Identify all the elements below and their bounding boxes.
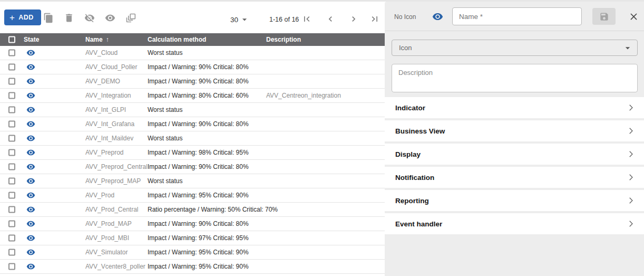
row-name: AVV_Cloud_Poller	[85, 63, 138, 71]
description-textarea[interactable]	[392, 64, 638, 92]
accordion-section-label: Display	[395, 150, 421, 158]
accordion-section[interactable]: Display	[385, 144, 644, 165]
table-row[interactable]: AVV_Int_GLPI Worst status	[0, 103, 385, 117]
row-name: AVV_Int_Grafana	[85, 120, 134, 128]
state-eye-icon[interactable]	[26, 77, 35, 86]
row-description: AVV_Centreon_integration	[266, 92, 341, 99]
listing-toolbar: + ADD 30 1-16 of 16	[0, 2, 385, 33]
row-checkbox[interactable]	[8, 164, 15, 170]
trash-icon[interactable]	[64, 13, 74, 23]
row-checkbox[interactable]	[8, 50, 15, 56]
state-eye-icon[interactable]	[26, 177, 35, 186]
last-page-icon[interactable]	[369, 14, 380, 24]
table-row[interactable]: AVV_Prod_MBI Impact / Warning: 97% Criti…	[0, 231, 385, 245]
table-row[interactable]: AVV_Prod Impact / Warning: 95% Critical:…	[0, 188, 385, 203]
row-checkbox[interactable]	[8, 235, 15, 242]
first-page-icon[interactable]	[301, 14, 312, 24]
state-eye-icon[interactable]	[26, 49, 35, 58]
pagination-range-label: 1-16 of 16	[269, 16, 299, 23]
row-calculation-method: Worst status	[148, 49, 182, 56]
accordion-section[interactable]: Indicator	[385, 97, 644, 118]
accordion-sections: Indicator Business View Display Notifica…	[385, 97, 644, 236]
table-row[interactable]: AVV_Int_Grafana Impact / Warning: 90% Cr…	[0, 117, 385, 131]
accordion-section[interactable]: Notification	[385, 167, 644, 188]
row-checkbox[interactable]	[8, 149, 15, 156]
state-eye-icon[interactable]	[26, 91, 35, 100]
accordion-section[interactable]: Business View	[385, 120, 644, 141]
row-checkbox[interactable]	[8, 192, 15, 199]
row-calculation-method: Impact / Warning: 90% Critical: 80%	[148, 163, 249, 170]
row-checkbox[interactable]	[8, 135, 15, 142]
page-size-select[interactable]: 30	[230, 14, 250, 25]
row-name: AVV_Simulator	[85, 249, 128, 256]
row-calculation-method: Impact / Warning: 90% Critical: 80%	[148, 220, 249, 227]
icon-select[interactable]: Icon	[392, 40, 638, 56]
state-eye-icon[interactable]	[26, 205, 35, 214]
row-calculation-method: Impact / Warning: 90% Critical: 80%	[148, 120, 249, 128]
row-name: AVV_Int_GLPI	[85, 106, 126, 113]
row-checkbox[interactable]	[8, 206, 15, 213]
state-eye-icon[interactable]	[26, 220, 35, 229]
table-row[interactable]: AVV_Prod_MAP Impact / Warning: 90% Criti…	[0, 217, 385, 231]
table-row[interactable]: AVV_Preprod_Central Impact / Warning: 90…	[0, 160, 385, 174]
table-header: State Name↑ Calculation method Descripti…	[0, 33, 385, 46]
state-eye-icon[interactable]	[26, 148, 35, 157]
caret-down-icon	[622, 43, 633, 53]
eye-off-icon[interactable]	[84, 13, 95, 23]
column-header-description: Description	[266, 36, 301, 43]
state-eye-icon[interactable]	[26, 248, 35, 257]
column-header-name[interactable]: Name↑	[85, 36, 109, 43]
row-checkbox[interactable]	[8, 78, 15, 85]
table-row[interactable]: AVV_Vcenter8_poller Impact / Warning: 95…	[0, 260, 385, 274]
add-button[interactable]: + ADD	[4, 9, 41, 25]
chevron-right-icon	[626, 219, 636, 229]
state-eye-icon[interactable]	[26, 163, 35, 172]
save-button[interactable]	[592, 8, 616, 25]
table-row[interactable]: AVV_Preprod Impact / Warning: 98% Critic…	[0, 146, 385, 160]
column-header-calculation-method: Calculation method	[148, 36, 206, 43]
row-checkbox[interactable]	[8, 263, 15, 270]
table-row[interactable]: AVV_Prod_Central Ratio percentage / Warn…	[0, 203, 385, 217]
state-eye-icon[interactable]	[26, 120, 35, 129]
state-eye-icon[interactable]	[26, 106, 35, 115]
state-eye-icon[interactable]	[26, 63, 35, 72]
table-row[interactable]: AVV_Cloud_Poller Impact / Warning: 90% C…	[0, 60, 385, 74]
chevron-right-icon	[626, 173, 636, 182]
content-copy-icon[interactable]	[43, 13, 54, 23]
row-name: AVV_DEMO	[85, 78, 120, 85]
preview-eye-icon[interactable]	[432, 11, 443, 22]
eye-icon[interactable]	[105, 13, 115, 23]
row-calculation-method: Ratio percentage / Warning: 50% Critical…	[148, 206, 278, 213]
row-checkbox[interactable]	[8, 92, 15, 99]
table-row[interactable]: AVV_Int_Maildev Worst status	[0, 131, 385, 146]
table-row[interactable]: AVV_Simulator Impact / Warning: 95% Crit…	[0, 245, 385, 260]
name-input[interactable]	[452, 7, 582, 25]
table-row[interactable]: AVV_Integration Impact / Warning: 80% Cr…	[0, 89, 385, 103]
chevron-right-icon	[626, 103, 636, 112]
row-calculation-method: Impact / Warning: 95% Critical: 90%	[148, 263, 249, 270]
row-checkbox[interactable]	[8, 249, 15, 256]
accordion-section-label: Notification	[395, 174, 434, 182]
next-page-icon[interactable]	[348, 14, 359, 24]
row-checkbox[interactable]	[8, 64, 15, 71]
row-checkbox[interactable]	[8, 107, 15, 113]
accordion-section[interactable]: Event handler	[385, 213, 644, 234]
state-eye-icon[interactable]	[26, 262, 35, 271]
row-calculation-method: Impact / Warning: 95% Critical: 90%	[148, 192, 249, 199]
row-calculation-method: Impact / Warning: 98% Critical: 95%	[148, 149, 249, 156]
state-eye-icon[interactable]	[26, 191, 35, 200]
state-eye-icon[interactable]	[26, 134, 35, 143]
state-eye-icon[interactable]	[26, 234, 35, 243]
icon-select-placeholder: Icon	[399, 44, 412, 52]
stacked-pages-icon[interactable]	[125, 13, 136, 23]
select-all-checkbox[interactable]	[8, 36, 15, 43]
table-row[interactable]: AVV_Cloud Worst status	[0, 46, 385, 60]
row-checkbox[interactable]	[8, 121, 15, 128]
close-icon[interactable]	[628, 11, 639, 22]
table-row[interactable]: AVV_Preprod_MAP Worst status	[0, 174, 385, 188]
previous-page-icon[interactable]	[325, 14, 336, 24]
accordion-section[interactable]: Reporting	[385, 190, 644, 211]
row-checkbox[interactable]	[8, 221, 15, 227]
table-row[interactable]: AVV_DEMO Impact / Warning: 90% Critical:…	[0, 74, 385, 89]
row-checkbox[interactable]	[8, 178, 15, 185]
